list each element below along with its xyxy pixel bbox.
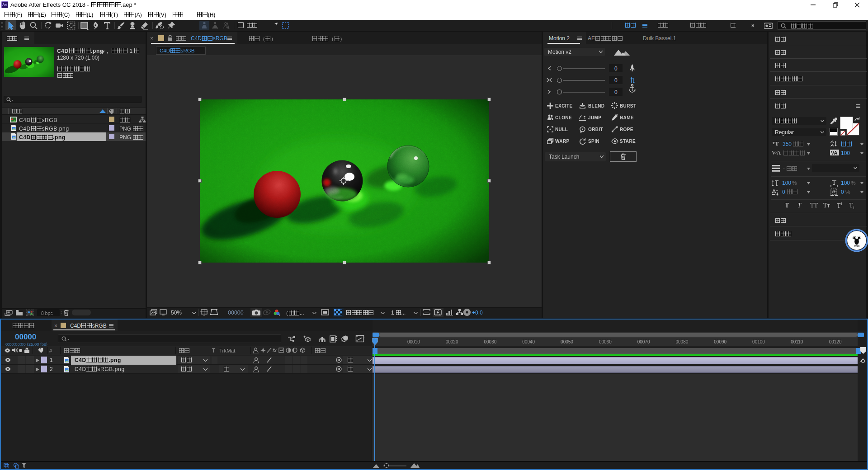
svg-text:STAG: STAG <box>854 245 860 248</box>
